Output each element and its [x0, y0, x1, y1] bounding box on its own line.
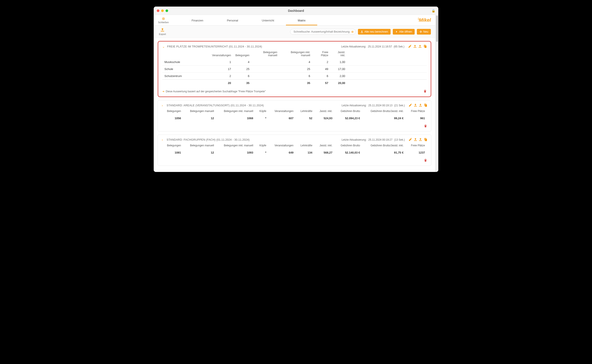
- col-header: Belegungen: [233, 51, 252, 59]
- open-all-button[interactable]: Alle öffnen: [393, 29, 415, 35]
- copy-button[interactable]: [424, 138, 427, 142]
- tab-finanzen[interactable]: Finanzen: [180, 17, 215, 25]
- summary-table: BelegungenBelegungen manuell Belegungen …: [162, 110, 427, 122]
- meta-duration: (65 Sek.): [394, 45, 404, 48]
- upload-icon: [361, 30, 363, 33]
- scrollbar-thumb[interactable]: [436, 16, 438, 42]
- edit-button[interactable]: [409, 104, 412, 107]
- summary-table: BelegungenBelegungen manuell Belegungen …: [162, 144, 427, 156]
- recalculate-all-button[interactable]: Alle neu berechnen: [358, 29, 391, 35]
- app-logo: iMikel: [418, 17, 431, 23]
- col-header: Veranstaltungen: [210, 51, 233, 59]
- table-row: Musikschule14421,00: [162, 59, 427, 66]
- tab-unterricht[interactable]: Unterricht: [250, 17, 286, 25]
- vertical-scrollbar[interactable]: [435, 15, 438, 172]
- expand-toggle[interactable]: ›: [162, 138, 165, 142]
- copy-button[interactable]: [424, 104, 427, 107]
- clear-search-icon[interactable]: ⊗: [351, 30, 354, 33]
- panel-title: STANDARD: FACHGRUPPEN (FACH) (01.11.2024…: [166, 138, 250, 141]
- search-input-wrap: ⊗: [290, 29, 356, 35]
- delete-button[interactable]: [424, 159, 427, 162]
- tab-matrix[interactable]: Matrix: [286, 17, 317, 25]
- copy-button[interactable]: [423, 45, 427, 49]
- report-table: Veranstaltungen Belegungen Belegungen ma…: [162, 51, 427, 86]
- titlebar: Dashboard 🔒: [154, 6, 438, 15]
- upload-button[interactable]: [414, 138, 417, 142]
- table-row: 105612 1068* 60752 524,9352.094,23 € 99,…: [162, 114, 427, 122]
- col-header: Belegungen manuell: [252, 51, 279, 59]
- close-icon: ⊗: [158, 17, 169, 20]
- window-close-button[interactable]: [157, 9, 160, 12]
- app-window: Dashboard 🔒 ⊗ Schließen Finanzen Persona…: [154, 6, 438, 172]
- export-button[interactable]: [419, 138, 422, 142]
- table-total-row: 2035355720,00: [162, 80, 427, 87]
- action-bar: Export ⊗ Alle neu berechnen Alle öffnen: [154, 26, 435, 38]
- upload-button[interactable]: [414, 104, 417, 107]
- table-row: Schule1725254917,00: [162, 66, 427, 73]
- delete-button[interactable]: [424, 124, 427, 128]
- report-panel-trompeten: ⌄ FREIE PLÄTZE IM TROMPETENUNTERRICHT (0…: [158, 41, 431, 97]
- top-nav: ⊗ Schließen Finanzen Personal Unterricht…: [154, 15, 435, 26]
- search-input[interactable]: [293, 30, 351, 33]
- plus-icon: [419, 30, 422, 33]
- info-icon: ➜: [162, 90, 164, 93]
- meta-timestamp: 25.11.2024 11:16:57: [368, 45, 392, 48]
- edit-button[interactable]: [408, 45, 412, 49]
- edit-button[interactable]: [409, 138, 412, 142]
- delete-button[interactable]: [423, 90, 427, 93]
- report-panel-areale: › STANDARD: AREALE (VERANSTALTUNGSORT) (…: [158, 100, 431, 131]
- export-button[interactable]: [419, 104, 422, 107]
- table-row: 108112 1093* 649134 568,2752.140,03 € 91…: [162, 149, 427, 156]
- footnote-text: Diese Auswertung basiert auf der gespeic…: [166, 90, 266, 93]
- collapse-toggle[interactable]: ⌄: [162, 45, 165, 48]
- col-header: Freie Plätze: [313, 51, 330, 59]
- window-zoom-button[interactable]: [166, 9, 168, 12]
- lock-icon: 🔒: [432, 9, 435, 13]
- report-panel-fachgruppen: › STANDARD: FACHGRUPPEN (FACH) (01.11.20…: [158, 135, 431, 166]
- chevron-right-icon: [395, 30, 398, 33]
- window-title: Dashboard: [154, 9, 438, 13]
- tab-personal[interactable]: Personal: [215, 17, 250, 25]
- new-button[interactable]: Neu: [417, 29, 431, 35]
- window-minimize-button[interactable]: [161, 9, 164, 12]
- col-header: Jwstd. inkl.: [330, 51, 347, 59]
- export-button[interactable]: Export: [158, 28, 167, 35]
- panel-title: STANDARD: AREALE (VERANSTALTUNGSORT) (01…: [166, 104, 264, 107]
- panel-title: FREIE PLÄTZE IM TROMPETENUNTERRICHT (01.…: [167, 45, 262, 48]
- export-button[interactable]: [418, 45, 422, 49]
- col-header: Belegungen inkl. manuell: [279, 51, 312, 59]
- expand-toggle[interactable]: ›: [162, 104, 165, 107]
- meta-label: Letzte Aktualisierung:: [341, 45, 366, 48]
- table-row: Schulzentrum26662,00: [162, 73, 427, 80]
- close-button[interactable]: ⊗ Schließen: [156, 17, 171, 25]
- export-icon: [159, 28, 166, 32]
- upload-button[interactable]: [413, 45, 417, 49]
